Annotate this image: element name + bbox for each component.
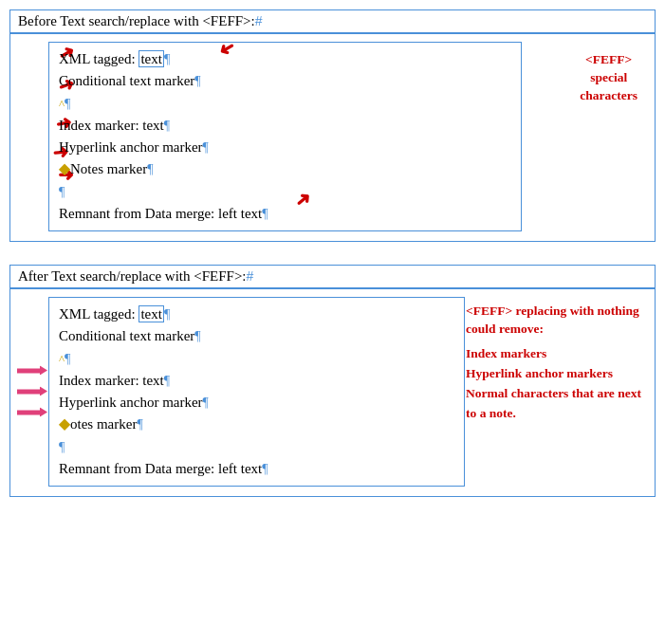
- bottom-inner-box: XML tagged: text¶ Conditional text marke…: [48, 297, 465, 487]
- bottom-standalone-pilcrow-1: ¶: [65, 352, 70, 366]
- bottom-standalone-pilcrow-2-line: ¶: [59, 436, 454, 458]
- warning-title: <FEFF> replacing with nothingcould remov…: [466, 303, 641, 339]
- svg-marker-1: [40, 366, 47, 376]
- standalone-pilcrow-2-line: ¶: [59, 181, 511, 203]
- top-outer-box: ➜ ➜ ➜ ➜ ➜ ➜ ➜ <FEFF>specialcharacters XM…: [9, 33, 656, 242]
- bottom-notes-line: ◆otes marker¶: [59, 414, 454, 435]
- standalone-pilcrow-2: ¶: [59, 185, 65, 199]
- warning-item-3: Normal characters that are nextto a note…: [466, 384, 641, 424]
- feff-warning: <FEFF> replacing with nothingcould remov…: [466, 303, 641, 423]
- conditional-pilcrow: ¶: [194, 74, 200, 88]
- svg-rect-0: [17, 369, 40, 374]
- svg-marker-5: [40, 408, 47, 417]
- warning-item-2: Hyperlink anchor markers: [466, 364, 641, 384]
- remnant-line: Remnant from Data merge: left text¶: [59, 203, 511, 225]
- hyperlink-line: Hyperlink anchor marker¶: [59, 137, 511, 158]
- bottom-index-pilcrow: ¶: [164, 374, 170, 388]
- spacer: [9, 255, 656, 265]
- svg-rect-4: [17, 411, 40, 415]
- bottom-xml-line: XML tagged: text¶: [59, 304, 454, 325]
- bottom-hyperlink-line: Hyperlink anchor marker¶: [59, 392, 454, 414]
- warning-items: Index markers Hyperlink anchor markers N…: [466, 344, 641, 424]
- top-label-text: Before Text search/replace with <FEFF>:: [18, 13, 255, 28]
- notes-line: ◆Notes marker¶: [59, 158, 511, 180]
- standalone-pilcrow-1: ¶: [65, 97, 70, 111]
- bottom-remnant-line: Remnant from Data merge: left text¶: [59, 458, 454, 480]
- xml-tagged-text: text: [139, 50, 164, 67]
- xml-pilcrow: ¶: [164, 52, 170, 66]
- bottom-notes-icon: ◆: [59, 416, 70, 432]
- pink-arrows-group: [17, 363, 47, 421]
- xml-line: XML tagged: text¶: [59, 48, 511, 70]
- hyperlink-pilcrow: ¶: [203, 140, 209, 155]
- feff-special-label: <FEFF>specialcharacters: [580, 51, 637, 105]
- hash-top: #: [255, 13, 263, 28]
- bottom-label-text: After Text search/replace with <FEFF>:: [18, 268, 247, 284]
- top-label: Before Text search/replace with <FEFF>:#: [9, 9, 656, 33]
- bottom-caret-line: ^¶: [59, 348, 454, 370]
- bottom-conditional-pilcrow: ¶: [194, 329, 200, 343]
- bottom-label: After Text search/replace with <FEFF>:#: [9, 265, 656, 288]
- bottom-index-line: Index marker: text¶: [59, 370, 454, 392]
- svg-rect-2: [17, 390, 40, 395]
- top-inner-box: XML tagged: text¶ Conditional text marke…: [48, 42, 522, 231]
- svg-marker-3: [40, 387, 47, 396]
- warning-item-1: Index markers: [466, 344, 641, 364]
- pink-arrow-1: [17, 363, 47, 379]
- bottom-remnant-pilcrow: ¶: [262, 462, 268, 476]
- top-section: Before Text search/replace with <FEFF>:#…: [9, 9, 656, 242]
- hash-bottom: #: [247, 268, 254, 284]
- pink-arrow-2: [17, 384, 47, 400]
- caret-pilcrow-line: ^¶: [59, 93, 511, 115]
- bottom-conditional-line: Conditional text marker¶: [59, 325, 454, 347]
- notes-pilcrow: ¶: [147, 162, 153, 176]
- bottom-notes-pilcrow: ¶: [137, 417, 142, 432]
- bottom-hyperlink-pilcrow: ¶: [203, 396, 209, 410]
- bottom-outer-box: XML tagged: text¶ Conditional text marke…: [9, 288, 656, 497]
- pink-arrow-3: [17, 405, 47, 421]
- index-line: Index marker: text¶: [59, 115, 511, 137]
- bottom-xml-tagged: text: [139, 305, 164, 322]
- index-pilcrow: ¶: [164, 119, 170, 133]
- bottom-section: After Text search/replace with <FEFF>:#: [9, 265, 656, 497]
- page: Before Text search/replace with <FEFF>:#…: [9, 9, 656, 497]
- conditional-line: Conditional text marker¶: [59, 70, 511, 92]
- feff-special-text: <FEFF>specialcharacters: [580, 52, 637, 102]
- bottom-standalone-pilcrow-2: ¶: [59, 440, 65, 454]
- bottom-xml-pilcrow: ¶: [164, 307, 170, 322]
- remnant-pilcrow: ¶: [262, 207, 268, 221]
- notes-icon: ◆: [59, 161, 70, 176]
